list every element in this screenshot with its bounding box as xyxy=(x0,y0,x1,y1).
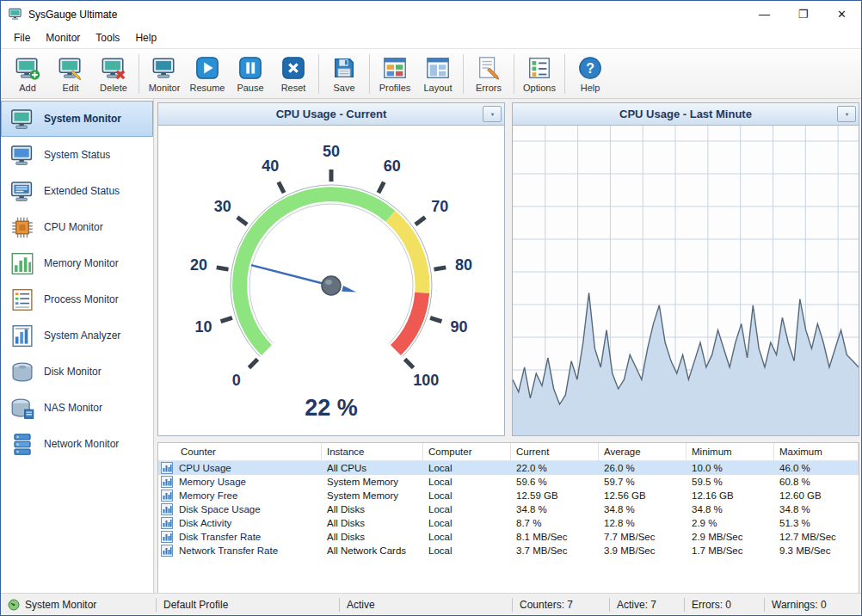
statusbar-active: Active: 7 xyxy=(610,594,684,615)
svg-text:70: 70 xyxy=(431,198,448,215)
column-header-minimum[interactable]: Minimum xyxy=(687,443,774,460)
sidebar-item-cpu-monitor[interactable]: CPU Monitor xyxy=(1,209,153,245)
close-button[interactable]: ✕ xyxy=(822,1,861,28)
column-header-computer[interactable]: Computer xyxy=(423,443,511,460)
cell-computer: Local xyxy=(423,477,511,487)
status-monitor-icon xyxy=(8,599,20,611)
toolbar-layout-button[interactable]: Layout xyxy=(416,51,459,97)
cell-instance: All Disks xyxy=(322,518,423,528)
toolbar-button-label: Errors xyxy=(476,83,502,93)
cell-minimum: 2.9 MB/Sec xyxy=(687,532,774,542)
table-row-disk-space-usage[interactable]: Disk Space UsageAll DisksLocal34.8 %34.8… xyxy=(158,502,859,516)
sidebar-item-system-status[interactable]: System Status xyxy=(1,137,153,173)
cell-instance: All Disks xyxy=(322,532,423,542)
toolbar-save-button[interactable]: Save xyxy=(323,51,366,97)
sidebar-item-process-monitor[interactable]: Process Monitor xyxy=(1,281,153,317)
statusbar-monitor: System Monitor xyxy=(1,594,156,615)
column-header-maximum[interactable]: Maximum xyxy=(774,443,859,460)
chart-panel-title: CPU Usage - Last Minute xyxy=(619,108,752,120)
statusbar-monitor-label: System Monitor xyxy=(25,599,96,611)
layout-icon xyxy=(425,55,451,81)
nas-monitor-icon xyxy=(9,396,35,421)
sidebar: System MonitorSystem StatusExtended Stat… xyxy=(1,99,154,593)
menu-help[interactable]: Help xyxy=(127,28,164,47)
cell-counter: Memory Free xyxy=(158,490,322,502)
svg-text:10: 10 xyxy=(195,318,212,336)
toolbar-resume-button[interactable]: Resume xyxy=(186,51,229,97)
table-row-disk-transfer-rate[interactable]: Disk Transfer RateAll DisksLocal8.1 MB/S… xyxy=(158,530,859,544)
cell-current: 8.7 % xyxy=(511,518,599,528)
reset-icon xyxy=(280,55,306,81)
cell-maximum: 34.8 % xyxy=(774,504,859,514)
sidebar-item-nas-monitor[interactable]: NAS Monitor xyxy=(1,390,153,426)
toolbar-profiles-button[interactable]: Profiles xyxy=(373,51,416,97)
cpu-history-chart xyxy=(513,126,859,435)
counter-chart-icon xyxy=(161,462,173,474)
cell-computer: Local xyxy=(423,463,511,473)
delete-icon xyxy=(101,55,126,81)
toolbar-pause-button[interactable]: Pause xyxy=(229,51,272,97)
cell-computer: Local xyxy=(423,532,511,542)
sidebar-item-memory-monitor[interactable]: Memory Monitor xyxy=(1,245,153,281)
cell-current: 3.7 MB/Sec xyxy=(511,545,599,556)
sidebar-item-label: System Status xyxy=(44,149,110,161)
chart-panel-menu-button[interactable]: ▼ xyxy=(837,106,856,122)
toolbar-monitor-button[interactable]: Monitor xyxy=(143,51,186,97)
add-icon xyxy=(15,55,40,81)
table-row-cpu-usage[interactable]: CPU UsageAll CPUsLocal22.0 %26.0 %10.0 %… xyxy=(158,461,859,475)
cell-instance: System Memory xyxy=(322,490,423,501)
sidebar-item-network-monitor[interactable]: Network Monitor xyxy=(1,426,153,462)
maximize-button[interactable]: ❐ xyxy=(784,1,822,28)
counter-chart-icon xyxy=(161,490,173,502)
toolbar-button-label: Options xyxy=(523,83,556,93)
cell-counter: CPU Usage xyxy=(158,462,322,474)
column-header-average[interactable]: Average xyxy=(599,443,687,460)
chart-panel-body xyxy=(513,126,859,435)
sidebar-item-disk-monitor[interactable]: Disk Monitor xyxy=(1,354,153,390)
table-row-memory-usage[interactable]: Memory UsageSystem MemoryLocal59.6 %59.7… xyxy=(158,475,859,489)
statusbar-state-label: Active xyxy=(347,599,375,611)
menu-tools[interactable]: Tools xyxy=(88,28,127,47)
gauge-panel-menu-button[interactable]: ▼ xyxy=(483,106,502,122)
sidebar-item-system-monitor[interactable]: System Monitor xyxy=(1,101,153,137)
minimize-button[interactable]: — xyxy=(745,1,784,28)
status-bar: System MonitorDefault ProfileActiveCount… xyxy=(1,593,861,615)
column-header-instance[interactable]: Instance xyxy=(322,443,423,460)
cell-minimum: 2.9 % xyxy=(687,518,774,528)
table-row-network-transfer-rate[interactable]: Network Transfer RateAll Network CardsLo… xyxy=(158,544,859,557)
counter-chart-icon xyxy=(161,545,173,557)
table-row-disk-activity[interactable]: Disk ActivityAll DisksLocal8.7 %12.8 %2.… xyxy=(158,516,859,530)
menu-file[interactable]: File xyxy=(6,28,38,47)
toolbar-help-button[interactable]: ?Help xyxy=(569,51,612,97)
sidebar-item-system-analyzer[interactable]: System Analyzer xyxy=(1,317,153,354)
table-row-memory-free[interactable]: Memory FreeSystem MemoryLocal12.59 GB12.… xyxy=(158,489,859,502)
toolbar-separator xyxy=(564,54,565,94)
sidebar-item-label: System Analyzer xyxy=(44,330,120,342)
sidebar-item-extended-status[interactable]: Extended Status xyxy=(1,173,153,209)
toolbar-edit-button[interactable]: Edit xyxy=(49,51,92,97)
sidebar-item-label: Extended Status xyxy=(44,185,120,197)
toolbar-options-button[interactable]: Options xyxy=(518,51,561,97)
cell-counter: Network Transfer Rate xyxy=(158,545,322,557)
counter-chart-icon xyxy=(161,531,173,543)
cell-maximum: 46.0 % xyxy=(774,463,859,473)
cell-instance: All Network Cards xyxy=(322,545,423,556)
cell-counter: Disk Space Usage xyxy=(158,503,322,515)
toolbar-errors-button[interactable]: Errors xyxy=(467,51,510,97)
toolbar-delete-button[interactable]: Delete xyxy=(92,51,135,97)
menu-monitor[interactable]: Monitor xyxy=(38,28,88,47)
toolbar-add-button[interactable]: Add xyxy=(6,51,49,97)
column-header-counter[interactable]: Counter xyxy=(158,443,322,460)
column-header-current[interactable]: Current xyxy=(511,443,599,460)
extended-status-icon xyxy=(9,179,35,204)
toolbar-button-label: Help xyxy=(581,83,600,93)
statusbar-errors: Errors: 0 xyxy=(685,594,764,615)
toolbar-button-label: Profiles xyxy=(379,83,411,93)
cell-average: 12.8 % xyxy=(599,518,687,528)
svg-text:50: 50 xyxy=(323,143,340,160)
svg-text:20: 20 xyxy=(190,256,207,274)
toolbar-reset-button[interactable]: Reset xyxy=(272,51,315,97)
cell-current: 8.1 MB/Sec xyxy=(511,532,599,542)
gauge-panel-body: 0102030405060708090100 22 % xyxy=(158,126,504,435)
cpu-gauge: 0102030405060708090100 xyxy=(158,126,504,435)
